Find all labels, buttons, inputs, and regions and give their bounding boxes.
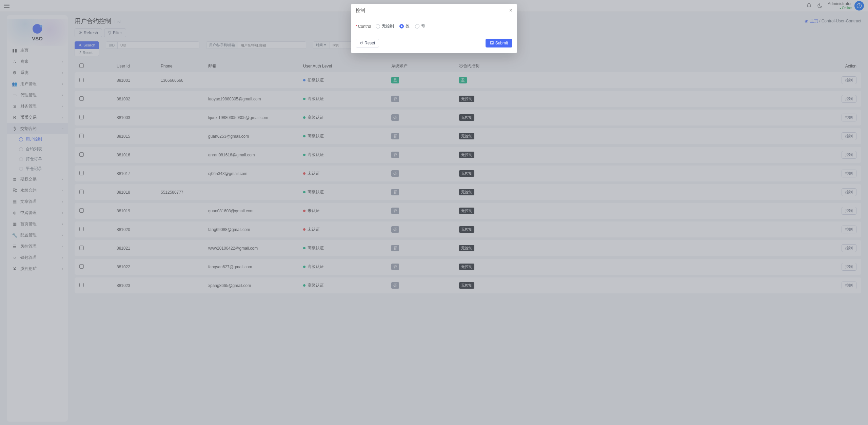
radio-none[interactable]: 无控制 bbox=[376, 23, 394, 29]
control-radio-group: 无控制 盈 亏 bbox=[376, 23, 425, 29]
radio-lose[interactable]: 亏 bbox=[415, 23, 425, 29]
modal-reset-button[interactable]: ↺ Reset bbox=[356, 39, 379, 47]
modal-title: 控制 bbox=[356, 7, 365, 14]
undo-icon: ↺ bbox=[360, 41, 363, 45]
control-label: *Control bbox=[356, 24, 371, 29]
modal-overlay[interactable]: 控制 × *Control 无控制 盈 亏 ↺ Reset 🖫 Submit bbox=[0, 0, 868, 425]
control-modal: 控制 × *Control 无控制 盈 亏 ↺ Reset 🖫 Submit bbox=[351, 4, 517, 53]
save-icon: 🖫 bbox=[490, 41, 494, 45]
modal-submit-button[interactable]: 🖫 Submit bbox=[486, 39, 512, 47]
radio-win[interactable]: 盈 bbox=[399, 23, 410, 29]
modal-close-button[interactable]: × bbox=[509, 7, 512, 14]
